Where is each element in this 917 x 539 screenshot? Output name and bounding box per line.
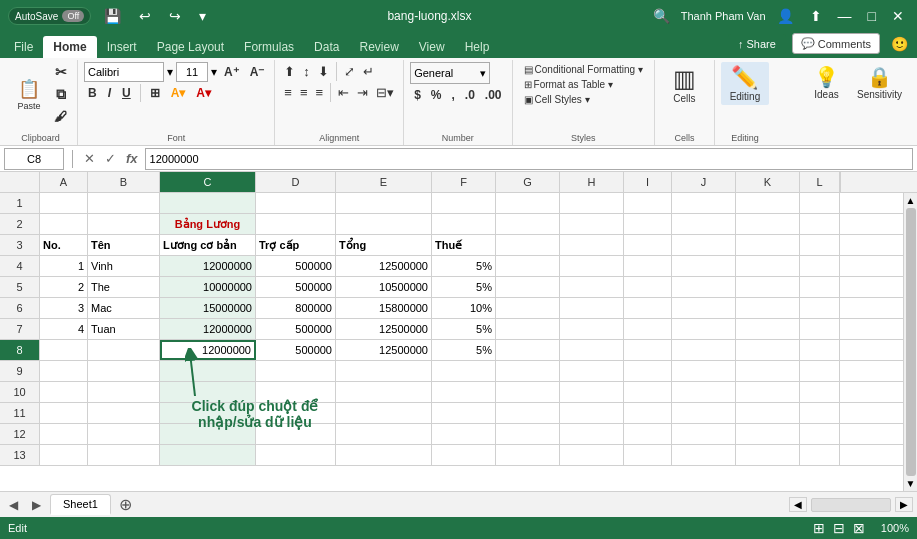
cell-j5[interactable] [672,277,736,297]
cell-c13[interactable] [160,445,256,465]
cell-k2[interactable] [736,214,800,234]
cell-i1[interactable] [624,193,672,213]
cell-c2[interactable]: Bảng Lương [160,214,256,234]
cell-c9[interactable] [160,361,256,381]
cell-l3[interactable] [800,235,840,255]
middle-align-button[interactable]: ↕ [300,62,313,81]
cell-k12[interactable] [736,424,800,444]
cell-d4[interactable]: 500000 [256,256,336,276]
cell-i10[interactable] [624,382,672,402]
editing-button[interactable]: ✏️ Editing [721,62,769,105]
cell-a8[interactable] [40,340,88,360]
cell-l2[interactable] [800,214,840,234]
cell-c6[interactable]: 15000000 [160,298,256,318]
tab-file[interactable]: File [4,36,43,58]
cell-a11[interactable] [40,403,88,423]
cell-k4[interactable] [736,256,800,276]
cell-f13[interactable] [432,445,496,465]
cell-e12[interactable] [336,424,432,444]
cell-k11[interactable] [736,403,800,423]
top-align-button[interactable]: ⬆ [281,62,298,81]
cell-b1[interactable] [88,193,160,213]
col-header-c[interactable]: C [160,172,256,192]
tab-insert[interactable]: Insert [97,36,147,58]
scroll-up-button[interactable]: ▲ [906,195,916,206]
cell-h4[interactable] [560,256,624,276]
minimize-button[interactable]: — [833,6,857,26]
cell-i11[interactable] [624,403,672,423]
col-header-f[interactable]: F [432,172,496,192]
cell-g7[interactable] [496,319,560,339]
cell-d7[interactable]: 500000 [256,319,336,339]
cell-a3[interactable]: No. [40,235,88,255]
cell-c3[interactable]: Lương cơ bản [160,235,256,255]
row-num-2[interactable]: 2 [0,214,40,234]
cell-c12[interactable] [160,424,256,444]
user-avatar[interactable]: 👤 [772,6,799,26]
bold-button[interactable]: B [84,84,101,102]
row-num-13[interactable]: 13 [0,445,40,465]
row-num-8[interactable]: 8 [0,340,40,360]
cell-f8[interactable]: 5% [432,340,496,360]
cell-d8[interactable]: 500000 [256,340,336,360]
cell-c1[interactable] [160,193,256,213]
cell-h9[interactable] [560,361,624,381]
tab-page-layout[interactable]: Page Layout [147,36,234,58]
cell-l11[interactable] [800,403,840,423]
cut-button[interactable]: ✂ [50,62,71,82]
decrease-font-button[interactable]: A⁻ [246,63,269,81]
cell-c10[interactable] [160,382,256,402]
cell-f6[interactable]: 10% [432,298,496,318]
increase-indent-button[interactable]: ⇥ [354,83,371,102]
cell-d13[interactable] [256,445,336,465]
col-header-h[interactable]: H [560,172,624,192]
cell-k13[interactable] [736,445,800,465]
cell-f3[interactable]: Thuế [432,235,496,255]
cell-f2[interactable] [432,214,496,234]
cell-h8[interactable] [560,340,624,360]
cell-l7[interactable] [800,319,840,339]
cell-k7[interactable] [736,319,800,339]
sheet-tab-sheet1[interactable]: Sheet1 [50,494,111,515]
italic-button[interactable]: I [104,84,115,102]
cell-i12[interactable] [624,424,672,444]
page-layout-view-button[interactable]: ⊟ [833,520,845,536]
cell-d6[interactable]: 800000 [256,298,336,318]
row-num-9[interactable]: 9 [0,361,40,381]
ribbon-display-button[interactable]: ⬆ [805,6,827,26]
search-button[interactable]: 🔍 [648,6,675,26]
cells-button[interactable]: ▥ Cells [661,62,708,107]
font-color-button[interactable]: A▾ [192,84,215,102]
cell-h6[interactable] [560,298,624,318]
cell-a9[interactable] [40,361,88,381]
col-header-k[interactable]: K [736,172,800,192]
cell-j4[interactable] [672,256,736,276]
insert-function-button[interactable]: fx [123,151,141,166]
cell-h3[interactable] [560,235,624,255]
cell-g8[interactable] [496,340,560,360]
cell-j2[interactable] [672,214,736,234]
cell-k10[interactable] [736,382,800,402]
cell-b6[interactable]: Mac [88,298,160,318]
cell-j11[interactable] [672,403,736,423]
cell-f7[interactable]: 5% [432,319,496,339]
col-header-b[interactable]: B [88,172,160,192]
merge-center-button[interactable]: ⊟▾ [373,83,397,102]
font-name-input[interactable] [84,62,164,82]
cell-j10[interactable] [672,382,736,402]
cell-k9[interactable] [736,361,800,381]
comments-button[interactable]: 💬 Comments [792,33,880,54]
cell-a4[interactable]: 1 [40,256,88,276]
cell-a7[interactable]: 4 [40,319,88,339]
cell-k8[interactable] [736,340,800,360]
conditional-formatting-button[interactable]: ▤ Conditional Formatting ▾ [519,62,648,77]
cell-a5[interactable]: 2 [40,277,88,297]
cell-l12[interactable] [800,424,840,444]
scroll-sheets-left-button[interactable]: ◀ [4,496,23,514]
cell-j9[interactable] [672,361,736,381]
cell-g6[interactable] [496,298,560,318]
wrap-text-button[interactable]: ↵ [360,62,377,81]
cell-d9[interactable] [256,361,336,381]
add-sheet-button[interactable]: ⊕ [115,495,136,514]
cell-i2[interactable] [624,214,672,234]
